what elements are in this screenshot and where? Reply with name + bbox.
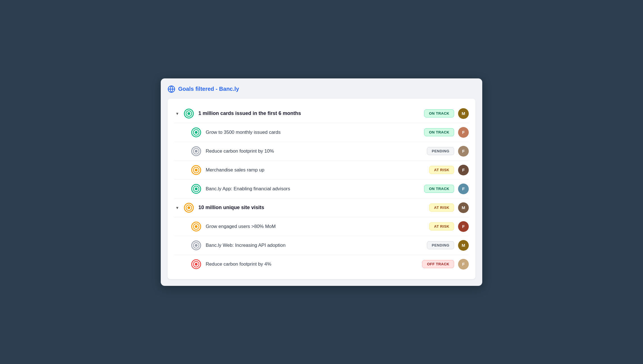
avatar: M [458,108,469,119]
goal-icon [191,240,201,250]
goal-icon [191,184,201,194]
svg-point-22 [195,225,198,228]
status-badge: OFF TRACK [422,260,454,268]
status-badge: AT RISK [429,204,454,212]
child-goal-row[interactable]: Grow to 3500 monthly issued cards ON TRA… [174,123,469,142]
main-window: Goals filtered - Banc.ly ▾ 1 million car… [161,78,482,286]
status-badge: AT RISK [429,222,454,230]
avatar: F [458,165,469,175]
status-badge: AT RISK [429,166,454,174]
avatar: F [458,127,469,138]
avatar: F [458,146,469,157]
status-badge: ON TRACK [424,185,454,193]
goal-title: Grow to 3500 monthly issued cards [206,130,424,135]
goal-title: Merchandise sales ramp up [206,167,429,173]
status-badge: PENDING [427,241,454,249]
avatar: M [458,240,469,251]
svg-point-10 [195,150,198,153]
parent-goal-row[interactable]: ▾ 10 million unique site visits AT RISK … [174,198,469,217]
svg-point-4 [187,112,190,115]
avatar: F [458,259,469,270]
svg-point-19 [187,206,190,209]
child-goal-row[interactable]: Grow engaged users >80% MoM AT RISK F [174,217,469,236]
globe-icon [167,85,175,93]
goal-title: Reduce carbon footprint by 4% [206,261,422,267]
svg-point-16 [195,187,198,190]
goal-title: Banc.ly App: Enabling financial advisors [206,186,424,192]
window-header: Goals filtered - Banc.ly [167,85,476,93]
child-goal-row[interactable]: Reduce carbon footprint by 10% PENDING F [174,142,469,161]
avatar: F [458,221,469,232]
status-badge: ON TRACK [424,128,454,136]
goal-icon [184,108,194,119]
goal-title: Grow engaged users >80% MoM [206,224,429,229]
svg-point-7 [195,131,198,134]
goal-icon [191,165,201,175]
goal-icon [191,259,201,269]
window-title: Goals filtered - Banc.ly [178,86,239,92]
goal-icon [191,127,201,137]
goal-icon [191,221,201,232]
goal-title: 1 million cards issued in the first 6 mo… [198,110,424,116]
status-badge: ON TRACK [424,109,454,117]
child-goal-row[interactable]: Merchandise sales ramp up AT RISK F [174,161,469,180]
child-goal-row[interactable]: Reduce carbon footprint by 4% OFF TRACK … [174,255,469,273]
goal-title: 10 million unique site visits [198,205,429,211]
child-goal-row[interactable]: Banc.ly Web: Increasing API adoption PEN… [174,236,469,255]
avatar: M [458,202,469,213]
chevron-down-icon[interactable]: ▾ [174,111,180,116]
avatar: F [458,184,469,194]
goal-icon [184,203,194,213]
chevron-down-icon[interactable]: ▾ [174,205,180,211]
svg-point-13 [195,169,198,171]
goal-title: Banc.ly Web: Increasing API adoption [206,243,427,248]
goals-card: ▾ 1 million cards issued in the first 6 … [167,99,476,279]
svg-point-25 [195,244,198,247]
status-badge: PENDING [427,147,454,155]
parent-goal-row[interactable]: ▾ 1 million cards issued in the first 6 … [174,104,469,123]
child-goal-row[interactable]: Banc.ly App: Enabling financial advisors… [174,180,469,198]
goal-icon [191,146,201,156]
goal-title: Reduce carbon footprint by 10% [206,148,427,154]
svg-point-28 [195,263,198,266]
